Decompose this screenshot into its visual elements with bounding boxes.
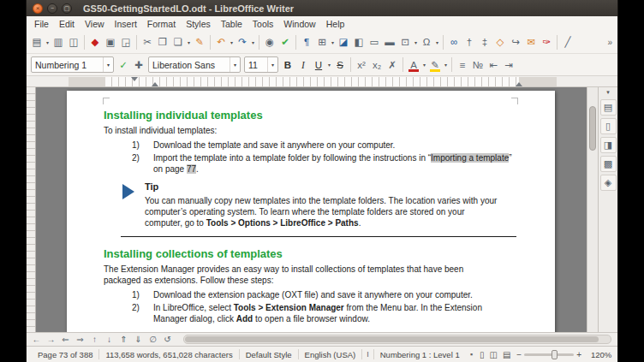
save-icon[interactable]: ◫ <box>66 33 81 50</box>
gallery-icon[interactable]: ▩ <box>600 156 617 172</box>
bold-icon[interactable]: B <box>280 56 295 74</box>
export-pdf-icon[interactable]: ◆ <box>87 33 103 50</box>
toolbar-overflow-button[interactable]: » <box>605 38 615 47</box>
copy-icon[interactable]: ❐ <box>155 33 170 50</box>
document-canvas[interactable]: Installing individual templatesTo instal… <box>36 87 587 332</box>
horizontal-scrollbar-thumb[interactable] <box>185 336 599 342</box>
clear-formatting-icon[interactable]: ✗ <box>385 56 400 74</box>
restart-numbering-icon[interactable]: ↺ <box>160 334 175 346</box>
status-page-style[interactable]: Default Style <box>240 350 298 359</box>
insert-bookmark-icon[interactable]: ◇ <box>492 33 508 50</box>
cut-icon[interactable]: ✂ <box>140 33 155 50</box>
undo-dropdown-arrow[interactable]: ▾ <box>229 39 235 45</box>
vertical-scrollbar[interactable] <box>587 87 598 332</box>
highlight-color-dropdown-arrow[interactable]: ▾ <box>443 62 449 68</box>
horizontal-ruler[interactable] <box>27 76 617 87</box>
titlebar[interactable]: × − ▢ GS50-GettingStartedLO.odt - LibreO… <box>27 0 617 16</box>
move-down-with-subpoints-icon[interactable]: ⇓ <box>131 334 146 346</box>
insert-special-character-icon[interactable]: Ω <box>419 33 434 50</box>
font-size-combo[interactable]: 11 ▾ <box>244 56 278 73</box>
status-outline-level[interactable]: Numbering 1 : Level 1 <box>374 350 466 359</box>
menu-table[interactable]: Table <box>216 18 247 30</box>
zoom-level[interactable]: 120% <box>585 350 617 359</box>
insert-textbox-icon[interactable]: ▭ <box>367 33 382 50</box>
sidebar-settings-button[interactable]: ▾ <box>606 89 610 97</box>
page-icon[interactable]: ▯ <box>600 118 617 134</box>
insert-endnote-icon[interactable]: ‡ <box>477 33 492 50</box>
formatting-marks-icon[interactable]: ¶ <box>299 33 314 50</box>
paste-dropdown-arrow[interactable]: ▾ <box>186 39 192 45</box>
promote-level-icon[interactable]: ← <box>29 334 44 346</box>
paragraph-style-dropdown-arrow[interactable]: ▾ <box>103 57 113 72</box>
font-name-dropdown-arrow[interactable]: ▾ <box>230 57 240 72</box>
styles-icon[interactable]: ◨ <box>600 137 617 153</box>
redo-dropdown-arrow[interactable]: ▾ <box>250 39 256 45</box>
promote-with-subpoints-icon[interactable]: ⇐ <box>58 334 73 346</box>
redo-icon[interactable]: ↷ <box>235 33 250 50</box>
insert-field-icon[interactable]: ⊡ <box>397 33 413 50</box>
insert-hyperlink-icon[interactable]: ∞ <box>446 33 462 50</box>
font-color-dropdown-arrow[interactable]: ▾ <box>421 62 427 68</box>
menu-edit[interactable]: Edit <box>54 18 80 30</box>
strikethrough-icon[interactable]: S <box>332 56 348 74</box>
new-document-dropdown-arrow[interactable]: ▾ <box>45 39 51 45</box>
menu-styles[interactable]: Styles <box>181 18 216 30</box>
decrease-indent-icon[interactable]: ⇤ <box>486 56 501 74</box>
find-replace-icon[interactable]: ◉ <box>262 33 277 50</box>
zoom-out-icon[interactable]: − <box>516 350 522 359</box>
view-multi-page-icon[interactable]: ◫ <box>486 350 499 359</box>
undo-icon[interactable]: ↶ <box>213 33 229 50</box>
menu-file[interactable]: File <box>29 18 54 30</box>
paste-icon[interactable]: ❏ <box>170 33 186 50</box>
close-button[interactable]: × <box>33 3 43 14</box>
move-up-with-subpoints-icon[interactable]: ⇑ <box>116 334 131 346</box>
page[interactable]: Installing individual templatesTo instal… <box>67 91 555 332</box>
demote-level-icon[interactable]: → <box>44 334 58 346</box>
font-color-icon[interactable]: A <box>406 56 421 74</box>
menu-format[interactable]: Format <box>142 18 181 30</box>
zoom-slider-track[interactable] <box>524 353 574 356</box>
page-break-icon[interactable]: ▬ <box>382 33 397 50</box>
zoom-slider-thumb[interactable] <box>552 350 558 359</box>
right-indent-marker[interactable] <box>516 82 522 86</box>
zoom-in-icon[interactable]: + <box>576 350 581 359</box>
superscript-icon[interactable]: x² <box>354 56 369 74</box>
open-icon[interactable]: ▥ <box>51 33 66 50</box>
view-book-icon[interactable]: ▤ <box>500 350 513 359</box>
bullets-list-icon[interactable]: ≡ <box>455 56 470 74</box>
highlight-color-icon[interactable]: ✎ <box>427 56 443 74</box>
status-word-count[interactable]: 113,658 words, 651,028 characters <box>99 350 238 359</box>
menu-insert[interactable]: Insert <box>110 18 142 30</box>
subscript-icon[interactable]: x₂ <box>369 56 385 74</box>
demote-with-subpoints-icon[interactable]: ⇒ <box>73 334 87 346</box>
track-changes-icon[interactable]: ✑ <box>539 33 554 50</box>
selection-mode-icon[interactable]: I <box>362 350 373 359</box>
left-indent-marker[interactable] <box>152 82 158 86</box>
vertical-scrollbar-thumb[interactable] <box>589 106 596 151</box>
update-style-icon[interactable]: ✓ <box>116 56 131 74</box>
increase-indent-icon[interactable]: ⇥ <box>501 56 516 74</box>
view-single-page-icon[interactable]: ▯ <box>477 350 487 359</box>
horizontal-scrollbar[interactable] <box>183 335 611 344</box>
status-language[interactable]: English (USA) <box>299 350 362 359</box>
doc-modified-icon[interactable]: ▪ <box>466 350 477 359</box>
no-list-icon[interactable]: ∅ <box>146 334 160 346</box>
italic-icon[interactable]: I <box>295 56 311 74</box>
menu-tools[interactable]: Tools <box>247 18 279 30</box>
underline-dropdown-arrow[interactable]: ▾ <box>326 62 332 68</box>
menu-window[interactable]: Window <box>278 18 320 30</box>
new-style-icon[interactable]: ✚ <box>131 56 146 74</box>
first-line-indent-marker[interactable] <box>131 77 138 81</box>
cross-reference-field[interactable]: 77 <box>187 164 196 174</box>
maximize-button[interactable]: ▢ <box>62 3 72 14</box>
insert-chart-icon[interactable]: ◧ <box>351 33 367 50</box>
navigator-icon[interactable]: ◈ <box>600 175 617 191</box>
print-icon[interactable]: ▣ <box>103 33 118 50</box>
properties-icon[interactable]: ▤ <box>600 99 617 116</box>
move-up-icon[interactable]: ↑ <box>87 334 102 346</box>
new-document-icon[interactable]: ▤ <box>29 33 45 50</box>
font-size-dropdown-arrow[interactable]: ▾ <box>267 57 277 72</box>
clone-formatting-icon[interactable]: ✎ <box>192 33 207 50</box>
insert-table-dropdown-arrow[interactable]: ▾ <box>330 39 336 45</box>
cross-reference-field[interactable]: Importing a template <box>431 153 509 163</box>
